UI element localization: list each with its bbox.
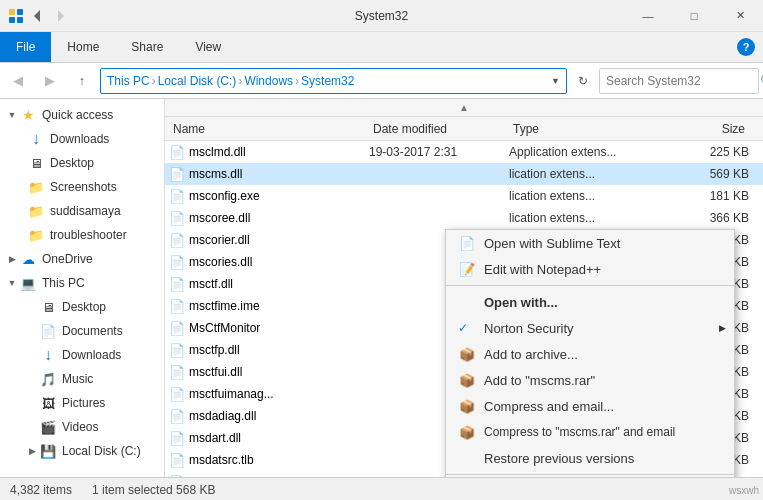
- ctx-restore-versions[interactable]: Restore previous versions: [446, 445, 734, 471]
- col-header-name[interactable]: Name: [169, 122, 369, 136]
- svg-rect-2: [9, 17, 15, 23]
- ctx-add-archive[interactable]: 📦 Add to archive...: [446, 341, 734, 367]
- toggle-icon-3: ▼: [4, 271, 20, 295]
- ctx-label: Open with...: [484, 295, 722, 310]
- close-button[interactable]: ✕: [717, 0, 763, 32]
- search-input[interactable]: [606, 74, 756, 88]
- col-header-date[interactable]: Date modified: [369, 122, 509, 136]
- window-title: System32: [355, 9, 408, 23]
- sidebar-item-documents[interactable]: 📄 Documents: [0, 319, 164, 343]
- context-menu: 📄 Open with Sublime Text 📝 Edit with Not…: [445, 229, 735, 477]
- separator: [446, 285, 734, 286]
- sidebar-label: suddisamaya: [50, 204, 121, 218]
- address-path[interactable]: This PC › Local Disk (C:) › Windows › Sy…: [100, 68, 567, 94]
- svg-marker-4: [34, 10, 40, 22]
- sidebar-item-videos[interactable]: 🎬 Videos: [0, 415, 164, 439]
- sidebar-item-this-pc[interactable]: ▼ 💻 This PC: [0, 271, 164, 295]
- sidebar-item-desktop[interactable]: 🖥 Desktop: [0, 151, 164, 175]
- selected-info: 1 item selected 568 KB: [92, 483, 215, 497]
- archive-icon: 📦: [458, 345, 476, 363]
- pictures-icon: 🖼: [40, 395, 56, 411]
- main-area: ▼ ★ Quick access ↓ Downloads 🖥 Desktop 📁…: [0, 99, 763, 477]
- maximize-button[interactable]: □: [671, 0, 717, 32]
- sort-arrow-up[interactable]: ▲: [459, 102, 469, 113]
- sidebar-item-suddisamaya[interactable]: 📁 suddisamaya: [0, 199, 164, 223]
- title-bar-icons: [8, 8, 68, 24]
- music-icon: 🎵: [40, 371, 56, 387]
- ctx-edit-notepad[interactable]: 📝 Edit with Notepad++: [446, 256, 734, 282]
- screenshots-icon: 📁: [28, 179, 44, 195]
- table-row[interactable]: 📄mscoree.dll lication extens... 366 KB: [165, 207, 763, 229]
- ctx-label: Add to "mscms.rar": [484, 373, 722, 388]
- file-icon: 📄: [169, 299, 185, 314]
- col-header-type[interactable]: Type: [509, 122, 669, 136]
- status-bar: 4,382 items 1 item selected 568 KB: [0, 477, 763, 500]
- exe-icon: 📄: [169, 189, 185, 204]
- table-row[interactable]: 📄msconfig.exe lication extens... 181 KB: [165, 185, 763, 207]
- ctx-label: Norton Security: [484, 321, 722, 336]
- ribbon-tabs: File Home Share View ?: [0, 32, 763, 62]
- sidebar-label: Desktop: [62, 300, 106, 314]
- forward-arrow-icon: [52, 8, 68, 24]
- svg-rect-3: [17, 17, 23, 23]
- svg-rect-0: [9, 9, 15, 15]
- address-bar: ◀ ▶ ↑ This PC › Local Disk (C:) › Window…: [0, 63, 763, 99]
- ctx-compress-email[interactable]: 📦 Compress and email...: [446, 393, 734, 419]
- dll-icon: 📄: [169, 255, 185, 270]
- ctx-open-with[interactable]: Open with...: [446, 289, 734, 315]
- sidebar-item-downloads-pc[interactable]: ↓ Downloads: [0, 343, 164, 367]
- table-row[interactable]: 📄msclmd.dll 19-03-2017 2:31 Application …: [165, 141, 763, 163]
- documents-icon: 📄: [40, 323, 56, 339]
- sidebar-item-troubleshooter[interactable]: 📁 troubleshooter: [0, 223, 164, 247]
- col-header-size[interactable]: Size: [669, 122, 749, 136]
- refresh-button[interactable]: ↻: [571, 69, 595, 93]
- sidebar-item-screenshots[interactable]: 📁 Screenshots: [0, 175, 164, 199]
- table-row[interactable]: 📄mscms.dll lication extens... 569 KB: [165, 163, 763, 185]
- sidebar-item-quick-access[interactable]: ▼ ★ Quick access: [0, 103, 164, 127]
- dll-icon: 📄: [169, 475, 185, 478]
- sidebar-item-downloads-qa[interactable]: ↓ Downloads: [0, 127, 164, 151]
- tab-share[interactable]: Share: [115, 32, 179, 62]
- sidebar-label: Downloads: [50, 132, 109, 146]
- window-icon: [8, 8, 24, 24]
- title-controls[interactable]: — □ ✕: [625, 0, 763, 32]
- minimize-button[interactable]: —: [625, 0, 671, 32]
- back-button[interactable]: ◀: [4, 67, 32, 95]
- watermark: wsxwh: [729, 485, 759, 496]
- path-windows[interactable]: Windows: [244, 74, 293, 88]
- sidebar-item-pictures[interactable]: 🖼 Pictures: [0, 391, 164, 415]
- tab-view[interactable]: View: [179, 32, 237, 62]
- ctx-norton[interactable]: ✓ Norton Security: [446, 315, 734, 341]
- dll-icon: 📄: [169, 431, 185, 446]
- folder-icon: 📁: [28, 203, 44, 219]
- forward-button[interactable]: ▶: [36, 67, 64, 95]
- path-this-pc[interactable]: This PC: [107, 74, 150, 88]
- ctx-open-sublime[interactable]: 📄 Open with Sublime Text: [446, 230, 734, 256]
- tab-file[interactable]: File: [0, 32, 51, 62]
- sidebar-item-music[interactable]: 🎵 Music: [0, 367, 164, 391]
- ctx-add-rar[interactable]: 📦 Add to "mscms.rar": [446, 367, 734, 393]
- tab-home[interactable]: Home: [51, 32, 115, 62]
- search-box[interactable]: 🔍: [599, 68, 759, 94]
- up-button[interactable]: ↑: [68, 67, 96, 95]
- check-icon: ✓: [458, 321, 476, 335]
- ctx-compress-rar-email[interactable]: 📦 Compress to "mscms.rar" and email: [446, 419, 734, 445]
- ribbon: File Home Share View ?: [0, 32, 763, 63]
- dropdown-arrow-icon[interactable]: ▼: [551, 76, 560, 86]
- sidebar-item-local-disk[interactable]: ▶ 💾 Local Disk (C:): [0, 439, 164, 463]
- onedrive-icon: ☁: [20, 251, 36, 267]
- notepad-icon: 📝: [458, 260, 476, 278]
- ctx-label: Open with Sublime Text: [484, 236, 722, 251]
- title-bar: System32 — □ ✕: [0, 0, 763, 32]
- sidebar-item-onedrive[interactable]: ▶ ☁ OneDrive: [0, 247, 164, 271]
- path-system32[interactable]: System32: [301, 74, 354, 88]
- sidebar-label: Videos: [62, 420, 98, 434]
- path-local-disk[interactable]: Local Disk (C:): [158, 74, 237, 88]
- help-button[interactable]: ?: [737, 38, 755, 56]
- quick-access-icon: ★: [20, 107, 36, 123]
- separator: [446, 474, 734, 475]
- compress-rar-icon: 📦: [458, 423, 476, 441]
- sidebar-item-desktop-pc[interactable]: 🖥 Desktop: [0, 295, 164, 319]
- dll-icon: 📄: [169, 167, 185, 182]
- folder-icon-2: 📁: [28, 227, 44, 243]
